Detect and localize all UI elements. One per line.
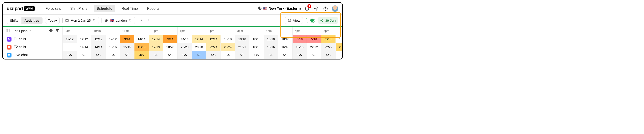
- today-button[interactable]: Today: [45, 17, 60, 24]
- date-picker[interactable]: Mon 2 Jan 25: [62, 17, 99, 24]
- coverage-cell[interactable]: 5/5: [148, 51, 163, 59]
- nav-tab-real-time[interactable]: Real-Time: [119, 5, 140, 12]
- coverage-cell[interactable]: 5/5: [106, 51, 120, 59]
- coverage-cell[interactable]: 20/20: [163, 43, 177, 51]
- schedule-grid: T1 calls12/1212/1212/1212/129/1414/1412/…: [3, 35, 342, 59]
- coverage-cell[interactable]: 5/5: [120, 51, 134, 59]
- coverage-cell[interactable]: 5/5: [321, 51, 336, 59]
- prev-button[interactable]: [138, 17, 145, 24]
- coverage-cell[interactable]: 23/24: [220, 43, 235, 51]
- coverage-cell[interactable]: 5/5: [278, 51, 292, 59]
- coverage-cell[interactable]: 10/10: [264, 35, 278, 43]
- coverage-cell[interactable]: 22/22: [307, 43, 321, 51]
- coverage-cell[interactable]: 15/19: [134, 43, 148, 51]
- coverage-cell[interactable]: 5/10: [292, 35, 307, 43]
- coverage-cell[interactable]: 10/10: [235, 35, 249, 43]
- coverage-cell[interactable]: 18/18: [249, 43, 264, 51]
- coverage-cell[interactable]: 4/5: [134, 51, 148, 59]
- coverage-cell[interactable]: [62, 43, 77, 51]
- coverage-cell[interactable]: 5/5: [163, 51, 177, 59]
- coverage-cell[interactable]: 12/12: [106, 35, 120, 43]
- nav-tab-reports[interactable]: Reports: [144, 5, 162, 12]
- coverage-cell[interactable]: 16/16: [106, 43, 120, 51]
- coverage-cell[interactable]: 5/5: [220, 51, 235, 59]
- shifts-tab[interactable]: Shifts: [7, 17, 22, 24]
- hour-cell-pair: 5/55/5: [148, 51, 177, 59]
- target-date[interactable]: 30 Jun: [318, 17, 338, 24]
- coverage-cell[interactable]: 16/16: [264, 43, 278, 51]
- coverage-cell[interactable]: 22/22: [321, 43, 336, 51]
- notifications-button[interactable]: 4: [304, 6, 310, 12]
- nav-tab-shift-plans[interactable]: Shift Plans: [68, 5, 90, 12]
- svg-point-7: [51, 30, 52, 31]
- view-options-button[interactable]: View: [285, 17, 303, 24]
- phone-icon: [7, 37, 12, 42]
- coverage-cell[interactable]: 20/20: [177, 43, 192, 51]
- coverage-cell[interactable]: 5/5: [206, 51, 220, 59]
- hour-cell-pair: 12/1212/12: [62, 35, 91, 43]
- coverage-cell[interactable]: 14/14: [91, 43, 106, 51]
- publish-toggle[interactable]: [306, 18, 315, 23]
- coverage-cell[interactable]: 12/12: [62, 35, 77, 43]
- plan-header: Tier 1 plan 9am10am11am12pm1pm2pm3pm4pm4…: [3, 27, 342, 35]
- coverage-cell[interactable]: 10/10: [249, 35, 264, 43]
- chevron-down-icon: [28, 30, 32, 32]
- expand-sidebar-icon[interactable]: [6, 28, 10, 34]
- coverage-cell[interactable]: 5/5: [177, 51, 192, 59]
- nav-tab-forecasts[interactable]: Forecasts: [43, 5, 64, 12]
- coverage-cell[interactable]: 5/5: [77, 51, 91, 59]
- coverage-cell[interactable]: 10/10: [220, 35, 235, 43]
- coverage-cell[interactable]: 5/5: [264, 51, 278, 59]
- svg-rect-3: [66, 19, 68, 22]
- coverage-cell[interactable]: 5/5: [235, 51, 249, 59]
- location-picker[interactable]: 🇬🇧 London: [102, 17, 135, 24]
- activities-tab[interactable]: Activities: [22, 17, 42, 24]
- coverage-cell[interactable]: 9/14: [163, 35, 177, 43]
- toolbar: Shifts Activities Today Mon 2 Jan 25 🇬🇧 …: [3, 14, 342, 26]
- hour-column: 5pm: [321, 27, 342, 35]
- coverage-cell[interactable]: 5/10: [307, 35, 321, 43]
- coverage-cell[interactable]: 22/24: [206, 43, 220, 51]
- coverage-cell[interactable]: 15/15: [120, 43, 134, 51]
- coverage-cell[interactable]: 20/20: [192, 43, 206, 51]
- coverage-cell[interactable]: 17/19: [148, 43, 163, 51]
- coverage-cell[interactable]: 6/5: [192, 51, 206, 59]
- coverage-cell[interactable]: 9/10: [321, 35, 336, 43]
- globe-icon: [258, 6, 262, 11]
- hour-column: 1pm: [177, 27, 206, 35]
- nav-tab-schedule[interactable]: Schedule: [94, 5, 115, 12]
- coverage-cell[interactable]: 5/5: [336, 51, 343, 59]
- coverage-cell[interactable]: 12/14: [192, 35, 206, 43]
- coverage-cell[interactable]: 20/20: [336, 43, 343, 51]
- help-button[interactable]: [322, 6, 329, 12]
- next-button[interactable]: [146, 17, 152, 24]
- settings-button[interactable]: [313, 6, 319, 12]
- coverage-cell[interactable]: 16/16: [278, 43, 292, 51]
- hour-label: 11am: [120, 27, 148, 35]
- coverage-cell[interactable]: 12/14: [148, 35, 163, 43]
- coverage-cell[interactable]: 21/21: [235, 43, 249, 51]
- visibility-icon[interactable]: [49, 28, 53, 34]
- coverage-cell[interactable]: 12/14: [206, 35, 220, 43]
- hour-cell-pair: 9/1010/10: [321, 35, 343, 43]
- gear-icon: [288, 18, 291, 22]
- coverage-cell[interactable]: 14/14: [134, 35, 148, 43]
- timezone-selector[interactable]: 🇺🇸 New York (Eastern): [258, 6, 301, 11]
- coverage-cell[interactable]: 12/12: [77, 35, 91, 43]
- coverage-cell[interactable]: 5/5: [292, 51, 307, 59]
- plan-selector[interactable]: Tier 1 plan: [12, 29, 32, 33]
- coverage-cell[interactable]: 14/14: [77, 43, 91, 51]
- coverage-cell[interactable]: 14/14: [177, 35, 192, 43]
- coverage-cell[interactable]: 5/5: [307, 51, 321, 59]
- coverage-cell[interactable]: 10/10: [278, 35, 292, 43]
- coverage-cell[interactable]: 5/5: [62, 51, 77, 59]
- avatar[interactable]: [332, 5, 338, 12]
- coverage-cell[interactable]: 12/12: [91, 35, 106, 43]
- coverage-cell[interactable]: 9/14: [120, 35, 134, 43]
- coverage-cell[interactable]: 5/5: [91, 51, 106, 59]
- coverage-cell[interactable]: 10/10: [336, 35, 343, 43]
- svg-rect-8: [8, 46, 10, 47]
- coverage-cell[interactable]: 5/5: [249, 51, 264, 59]
- filter-icon[interactable]: [55, 28, 59, 34]
- coverage-cell[interactable]: 16/16: [292, 43, 307, 51]
